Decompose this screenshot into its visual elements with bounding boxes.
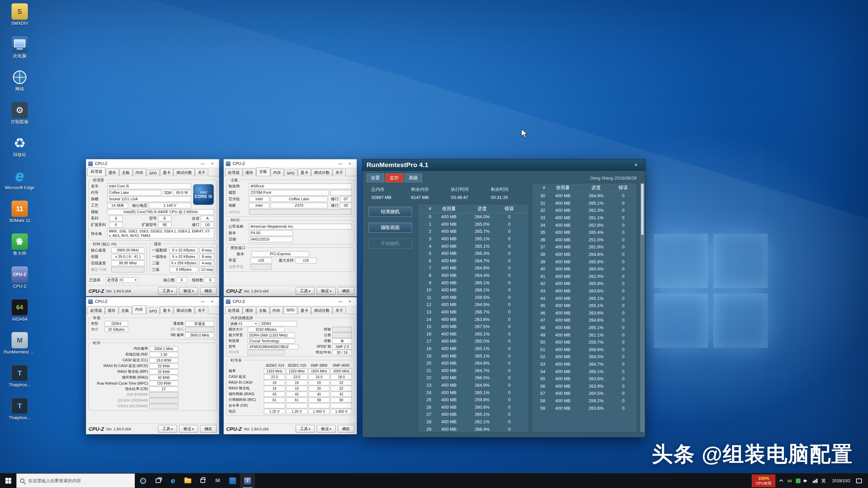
tab-主板[interactable]: 主板: [119, 307, 132, 314]
tab-主板[interactable]: 主板: [256, 307, 270, 314]
search-input[interactable]: [27, 478, 131, 484]
start-button[interactable]: [0, 473, 16, 488]
tab-测试分数[interactable]: 测试分数: [174, 307, 195, 314]
minimize-button[interactable]: —: [198, 161, 208, 166]
tab-关于[interactable]: 关于: [333, 169, 346, 176]
tab-关于[interactable]: 关于: [195, 169, 208, 176]
slot-select[interactable]: 插槽 #1: [229, 321, 258, 326]
tab-内存[interactable]: 内存: [133, 169, 146, 176]
app-button-blue[interactable]: [225, 473, 240, 488]
ok-button[interactable]: 确定: [200, 425, 217, 433]
tab-主板[interactable]: 主板: [119, 169, 133, 176]
tab-缓存[interactable]: 缓存: [243, 307, 256, 314]
tools-button[interactable]: 工具: [158, 287, 177, 295]
tab-SPD[interactable]: SPD: [146, 308, 160, 314]
tab-处理器[interactable]: 处理器: [225, 307, 242, 314]
close-button[interactable]: ×: [345, 161, 355, 166]
validate-button[interactable]: 验证: [179, 425, 198, 433]
tab-缓存[interactable]: 缓存: [105, 307, 118, 314]
cpu-usage-badge[interactable]: 100% CPU使用: [752, 474, 775, 487]
capture-screen-button[interactable]: 撷取画面: [369, 223, 412, 233]
desktop-icon[interactable]: ♻ 回收站: [3, 135, 36, 163]
hardware-monitor-tray-icon[interactable]: [795, 477, 801, 485]
tools-button[interactable]: 工具: [158, 425, 177, 433]
validate-button[interactable]: 验证: [317, 287, 336, 295]
ok-button[interactable]: 确定: [338, 425, 354, 433]
titlebar[interactable]: CPU-Z —×: [224, 297, 357, 306]
tab-缓存[interactable]: 缓存: [106, 169, 119, 176]
tab-显卡[interactable]: 显卡: [298, 307, 311, 314]
processor-select[interactable]: 处理器 #1: [105, 277, 138, 283]
tab-SPD[interactable]: SPD: [284, 170, 298, 176]
titlebar[interactable]: CPU-Z —×: [86, 159, 219, 168]
desktop-icon[interactable]: M RunMemtest Pro: [3, 332, 36, 361]
tab-SPD[interactable]: SPD: [146, 170, 160, 176]
tab-主板[interactable]: 主板: [256, 167, 270, 176]
titlebar[interactable]: CPU-Z —×: [224, 159, 357, 168]
validate-button[interactable]: 验证: [317, 425, 336, 433]
tab-测试分数[interactable]: 测试分数: [311, 169, 332, 176]
action-center-button[interactable]: [856, 477, 862, 485]
close-button[interactable]: ×: [631, 162, 641, 168]
mail-button[interactable]: ✉: [210, 473, 225, 488]
ok-button[interactable]: 确定: [200, 287, 217, 295]
store-button[interactable]: [195, 473, 210, 488]
titlebar[interactable]: CPU-Z —×: [86, 297, 219, 306]
stop-burnin-button[interactable]: 结束烧机: [369, 207, 412, 217]
taskbar-search[interactable]: [16, 473, 135, 488]
desktop-icon[interactable]: 此电脑: [3, 36, 36, 65]
tab-显卡[interactable]: 显卡: [160, 307, 173, 314]
desktop-icon[interactable]: T Thaiphoo...: [3, 365, 36, 393]
cpuz-taskbar-button[interactable]: Z: [240, 473, 255, 488]
tab-处理器[interactable]: 处理器: [87, 167, 105, 176]
taskbar-clock[interactable]: 2019/10/2: [829, 479, 853, 483]
desktop-icon[interactable]: T Thaiphoo...: [3, 398, 36, 426]
desktop-icon[interactable]: CPU-Z CPU-Z: [3, 266, 36, 295]
tab-测试分数[interactable]: 测试分数: [311, 307, 332, 314]
scrollbar-thumb[interactable]: [641, 184, 644, 235]
ime-indicator[interactable]: 英: [821, 477, 826, 485]
minimize-button[interactable]: —: [198, 299, 208, 304]
tab-monitor[interactable]: 监控: [386, 174, 403, 182]
aida64-tray-icon[interactable]: 64: [787, 477, 792, 485]
volume-button[interactable]: [804, 477, 809, 485]
tray-overflow-button[interactable]: [778, 477, 784, 485]
desktop-icon[interactable]: ⚙ 控制面板: [3, 102, 36, 130]
tab-缓存[interactable]: 缓存: [243, 169, 256, 176]
tab-关于[interactable]: 关于: [195, 307, 208, 314]
desktop-icon[interactable]: 鲁 鲁大师: [3, 233, 36, 262]
tab-处理器[interactable]: 处理器: [225, 169, 242, 176]
tools-button[interactable]: 工具: [296, 425, 315, 433]
tab-settings[interactable]: 设置: [367, 174, 384, 182]
file-explorer-button[interactable]: [180, 473, 195, 488]
minimize-button[interactable]: —: [336, 299, 345, 304]
tab-处理器[interactable]: 处理器: [87, 307, 105, 314]
close-button[interactable]: ×: [208, 161, 217, 166]
close-button[interactable]: ×: [345, 299, 355, 304]
task-view-button[interactable]: [151, 473, 165, 488]
desktop-icon[interactable]: S SMXDIV: [3, 3, 36, 32]
titlebar[interactable]: RunMemtestPro 4.1 ×: [362, 159, 645, 171]
desktop-icon[interactable]: e Microsoft Edge: [3, 168, 36, 196]
tab-advanced[interactable]: 高级: [405, 174, 422, 182]
desktop-icon[interactable]: 64 AIDA64: [3, 299, 36, 328]
cortana-button[interactable]: [136, 473, 151, 488]
tab-内存[interactable]: 内存: [270, 307, 283, 314]
tab-显卡[interactable]: 显卡: [160, 169, 173, 176]
ok-button[interactable]: 确定: [338, 287, 354, 295]
desktop-icon[interactable]: 11 3DMark 11: [3, 201, 36, 229]
vertical-scrollbar[interactable]: [640, 183, 644, 432]
tab-显卡[interactable]: 显卡: [298, 169, 311, 176]
close-button[interactable]: ×: [208, 299, 217, 304]
tab-关于[interactable]: 关于: [333, 307, 346, 314]
tab-内存[interactable]: 内存: [132, 305, 146, 314]
edge-button[interactable]: e: [165, 473, 180, 488]
tools-button[interactable]: 工具: [296, 287, 315, 295]
validate-button[interactable]: 验证: [179, 287, 198, 295]
tab-测试分数[interactable]: 测试分数: [174, 169, 195, 176]
tab-内存[interactable]: 内存: [271, 169, 284, 176]
desktop-icon[interactable]: 网络: [3, 69, 36, 98]
network-button[interactable]: [812, 477, 818, 485]
minimize-button[interactable]: —: [336, 161, 345, 166]
tab-SPD[interactable]: SPD: [283, 306, 298, 314]
